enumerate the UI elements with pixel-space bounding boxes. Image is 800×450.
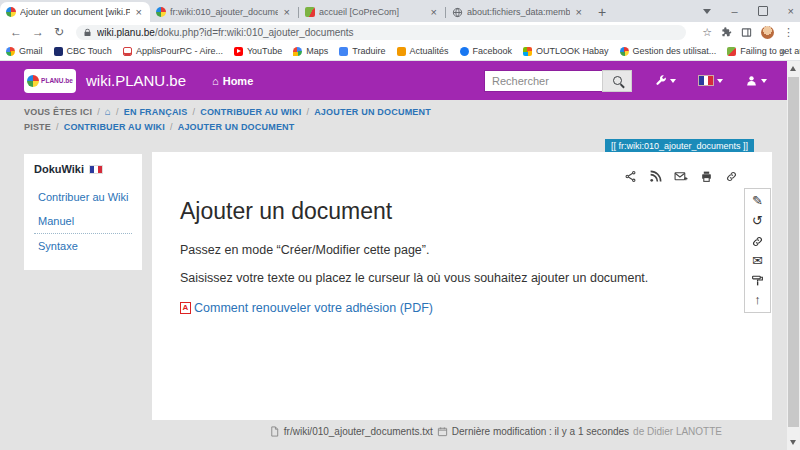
- breadcrumb-you-are-here: VOUS ÊTES ICI / ⌂ / EN FRANÇAIS / CONTRI…: [24, 106, 431, 117]
- revisions-history-icon[interactable]: ↺: [752, 214, 763, 228]
- planu-logo[interactable]: PLANU.be: [24, 69, 76, 93]
- pdf-document-link[interactable]: Comment renouveler votre adhésion (PDF): [194, 301, 433, 315]
- breadcrumb-link-contribuer[interactable]: CONTRIBUER AU WIKI: [200, 107, 301, 117]
- site-tools-menu[interactable]: [654, 74, 676, 87]
- scroll-down-icon[interactable]: [790, 440, 796, 445]
- maximize-button[interactable]: [758, 6, 768, 16]
- home-link[interactable]: ⌂ Home: [212, 75, 253, 87]
- bookmark-maps[interactable]: Maps: [293, 46, 328, 56]
- mail-page-icon[interactable]: [674, 170, 688, 183]
- tab-close-icon[interactable]: ×: [282, 6, 292, 18]
- bookmark-applispourpc[interactable]: ApplisPourPC - Aire...: [123, 46, 223, 56]
- home-label: Home: [223, 75, 254, 87]
- tab-about-fichiers[interactable]: about:fichiers_data:membres_inc ×: [446, 2, 590, 22]
- share-icon[interactable]: [624, 170, 637, 183]
- back-to-top-icon[interactable]: ↑: [754, 293, 761, 307]
- url-path: /doku.php?id=fr:wiki:010_ajouter_documen…: [155, 27, 354, 38]
- sidebar-item-manuel[interactable]: Manuel: [34, 209, 132, 234]
- url-text: wiki.planu.be/doku.php?id=fr:wiki:010_aj…: [97, 27, 354, 38]
- side-panel-icon[interactable]: [741, 27, 752, 38]
- bookmark-traduire[interactable]: Traduire: [339, 46, 385, 56]
- breadcrumb-separator: /: [116, 107, 119, 117]
- print-icon[interactable]: [700, 170, 713, 183]
- tab-close-icon[interactable]: ×: [574, 6, 584, 18]
- facebook-icon: [460, 47, 469, 56]
- bookmark-actualites[interactable]: Actualités: [397, 46, 449, 56]
- sidebar-title-text: DokuWiki: [34, 163, 84, 175]
- bookmark-cbc-touch[interactable]: CBC Touch: [54, 46, 112, 56]
- sidebar-item-syntaxe[interactable]: Syntaxe: [34, 234, 132, 258]
- bookmark-star-icon[interactable]: ☆: [702, 26, 712, 39]
- tab-title: about:fichiers_data:membres_inc: [467, 7, 570, 17]
- backlinks-icon[interactable]: [751, 235, 764, 248]
- breadcrumb-link-contribuer[interactable]: CONTRIBUER AU WIKI: [64, 122, 165, 132]
- pdf-link-row: A Comment renouveler votre adhésion (PDF…: [180, 301, 744, 315]
- minimize-button[interactable]: –: [731, 6, 737, 17]
- bookmark-outlook[interactable]: OUTLOOK Habay: [523, 46, 609, 56]
- paragraph: Passez en mode “Créer/Modifier cette pag…: [180, 243, 744, 257]
- bookmark-facebook[interactable]: Facebook: [460, 46, 513, 56]
- coprecom-favicon: [305, 7, 315, 17]
- url-host: wiki.planu.be: [97, 27, 155, 38]
- browser-toolbar: ← → ↻ wiki.planu.be/doku.php?id=fr:wiki:…: [0, 22, 800, 42]
- breadcrumb-trace: PISTE / CONTRIBUER AU WIKI / AJOUTER UN …: [24, 122, 431, 132]
- permalink-icon[interactable]: [725, 170, 738, 183]
- tab-accueil-coprecom[interactable]: accueil [CoPreCom] ×: [299, 2, 445, 22]
- bookmark-label: Maps: [306, 46, 328, 56]
- sidebar-item-contribuer[interactable]: Contribuer au Wiki: [34, 185, 132, 209]
- search-icon: [613, 76, 622, 85]
- breadcrumb-link-ajouter[interactable]: AJOUTER UN DOCUMENT: [314, 107, 431, 117]
- bookmark-label: Traduire: [352, 46, 385, 56]
- paint-roller-icon[interactable]: [751, 274, 764, 287]
- home-icon[interactable]: ⌂: [105, 106, 111, 117]
- breadcrumb-separator: /: [192, 107, 195, 117]
- page-footer: fr/wiki/010_ajouter_documents.txt Derniè…: [0, 426, 722, 437]
- rss-icon[interactable]: [649, 170, 662, 183]
- new-tab-button[interactable]: +: [598, 4, 606, 20]
- scrollbar-thumb[interactable]: [788, 77, 799, 427]
- applis-icon: [123, 47, 132, 56]
- page-id-badge: [[ fr:wiki:010_ajouter_documents ]]: [605, 139, 754, 153]
- mail-icon[interactable]: ✉: [752, 254, 763, 268]
- bookmark-gestion[interactable]: Gestion des utilisat...: [620, 46, 717, 56]
- language-menu[interactable]: [698, 75, 723, 86]
- search-input[interactable]: Rechercher: [484, 70, 602, 92]
- vertical-scrollbar[interactable]: [787, 61, 800, 450]
- tab-search-chevron-icon[interactable]: [703, 9, 711, 14]
- scroll-up-icon[interactable]: [790, 66, 796, 71]
- breadcrumb-separator: /: [170, 122, 173, 132]
- bookmark-youtube[interactable]: YouTube: [234, 46, 282, 56]
- planu-puzzle-icon: [27, 75, 39, 87]
- site-title[interactable]: wiki.PLANU.be: [86, 72, 186, 89]
- tab-close-icon[interactable]: ×: [429, 6, 439, 18]
- back-icon[interactable]: ←: [10, 26, 22, 38]
- tab-close-icon[interactable]: ×: [134, 6, 144, 18]
- bookmarks-overflow-icon[interactable]: »: [780, 45, 786, 57]
- breadcrumb-link-en-francais[interactable]: EN FRANÇAIS: [124, 107, 188, 117]
- sidebar: DokuWiki Contribuer au Wiki Manuel Synta…: [24, 154, 142, 270]
- bookmark-failing[interactable]: Failing to get authc...: [727, 46, 800, 56]
- page-tools-rail: ✎ ↺ ✉ ↑: [744, 188, 771, 313]
- breadcrumb-link-ajouter[interactable]: AJOUTER UN DOCUMENT: [178, 122, 295, 132]
- footer-author: de Didier LANOTTE: [633, 426, 722, 437]
- address-bar[interactable]: wiki.planu.be/doku.php?id=fr:wiki:010_aj…: [76, 25, 686, 40]
- profile-avatar[interactable]: [761, 26, 774, 39]
- extensions-icon[interactable]: [721, 27, 732, 38]
- breadcrumb-separator: /: [97, 107, 100, 117]
- reload-icon[interactable]: ↻: [54, 26, 64, 38]
- search-box: Rechercher: [484, 70, 632, 92]
- tab-ajouter-document[interactable]: Ajouter un document [wiki.PLANU ×: [0, 2, 150, 22]
- planu-logo-text: PLANU.be: [41, 77, 73, 84]
- bookmark-gmail[interactable]: Gmail: [6, 46, 43, 56]
- forward-icon[interactable]: →: [32, 26, 44, 38]
- calendar-icon: [437, 426, 448, 437]
- search-button[interactable]: [602, 70, 632, 92]
- edit-pencil-icon[interactable]: ✎: [752, 194, 763, 208]
- browser-menu-icon[interactable]: ⋮: [783, 26, 794, 39]
- file-icon: [269, 426, 280, 437]
- bookmarks-bar: Gmail CBC Touch ApplisPourPC - Aire... Y…: [0, 42, 800, 61]
- close-window-button[interactable]: ×: [788, 6, 794, 17]
- tab-fr-wiki-010[interactable]: fr:wiki:010_ajouter_documents [w ×: [150, 2, 298, 22]
- user-menu[interactable]: [745, 74, 767, 87]
- window-controls: – ×: [703, 0, 794, 22]
